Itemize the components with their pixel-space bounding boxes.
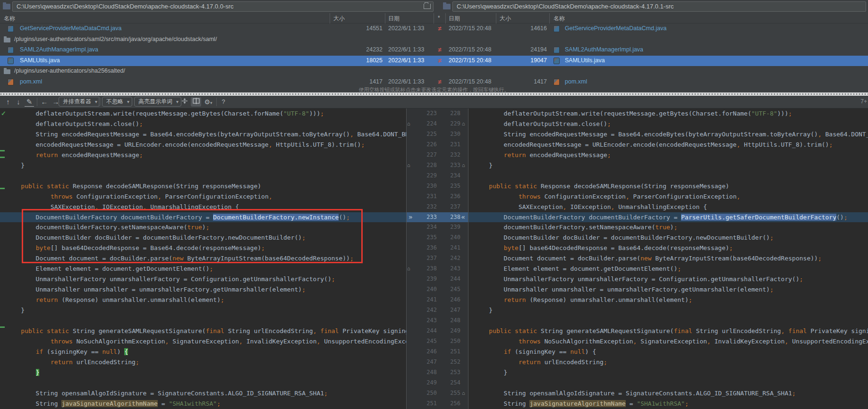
help-button[interactable]: ? bbox=[219, 97, 228, 107]
gear-icon[interactable]: ⚙▾ bbox=[203, 97, 213, 107]
sync-scroll-icon[interactable] bbox=[191, 97, 201, 107]
code-line[interactable]: encodedRequestMessage = URLEncoder.encod… bbox=[468, 140, 868, 150]
code-line[interactable]: String opensamlAlgoIdSignature = Signatu… bbox=[0, 388, 406, 399]
code-line[interactable]: deflaterOutputStream.write(requestMessag… bbox=[468, 109, 868, 119]
code-line[interactable]: Document document = docBuilder.parse(new… bbox=[468, 253, 868, 264]
code-line[interactable]: UnmarshallerFactory unmarshallerFactory … bbox=[0, 274, 406, 284]
fold-marker-icon[interactable]: ⌂ bbox=[462, 162, 468, 168]
code-line[interactable]: } bbox=[0, 160, 406, 171]
code-line[interactable]: DocumentBuilderFactory documentBuilderFa… bbox=[0, 212, 406, 223]
code-line[interactable]: } bbox=[0, 367, 406, 378]
col-size-left[interactable]: 大小 bbox=[333, 15, 345, 23]
viewer-select[interactable]: 并排查看器 ▾ bbox=[59, 97, 100, 107]
code-line[interactable]: if (signingKey == null) { bbox=[468, 347, 868, 357]
code-line[interactable] bbox=[468, 171, 868, 181]
apply-change-right-icon[interactable]: « bbox=[461, 212, 465, 223]
code-line[interactable]: String javaSignatureAlgorithmName = "SHA… bbox=[0, 399, 406, 409]
code-line[interactable]: public static Response decodeSAMLRespons… bbox=[468, 181, 868, 192]
browse-folder-icon[interactable] bbox=[424, 4, 431, 9]
code-line[interactable]: deflaterOutputStream.close(); bbox=[0, 119, 406, 129]
not-equal-icon: ≠ bbox=[434, 46, 446, 53]
ignore-policy-select[interactable]: 不忽略 ▾ bbox=[102, 97, 132, 107]
code-line[interactable]: public static String generateSAMLRequest… bbox=[468, 326, 868, 336]
code-line[interactable]: throws ConfigurationException, ParserCon… bbox=[468, 192, 868, 202]
col-name-left[interactable]: 名称 bbox=[4, 15, 15, 23]
col-diff-star[interactable]: * bbox=[438, 15, 440, 21]
right-root-path-field[interactable]: C:\Users\qweasdzxc\Desktop\CloudStackDem… bbox=[452, 1, 866, 12]
fold-marker-icon[interactable]: ⌂ bbox=[407, 162, 413, 168]
code-line[interactable]: return (Response) unmarshaller.unmarshal… bbox=[468, 295, 868, 305]
code-line[interactable] bbox=[0, 316, 406, 326]
fold-marker-icon[interactable]: ⌂ bbox=[407, 121, 413, 126]
col-name-right[interactable]: 名称 bbox=[553, 15, 565, 23]
code-line[interactable]: public static String generateSAMLRequest… bbox=[0, 326, 406, 336]
code-line[interactable] bbox=[468, 316, 868, 326]
code-line[interactable]: documentBuilderFactory.setNamespaceAware… bbox=[468, 222, 868, 233]
code-line[interactable]: String javaSignatureAlgorithmName = "SHA… bbox=[468, 399, 868, 409]
fold-marker-icon[interactable]: ⌂ bbox=[407, 266, 413, 271]
col-date-left[interactable]: 日期 bbox=[388, 15, 400, 23]
right-pane-code[interactable]: deflaterOutputStream.write(requestMessag… bbox=[468, 109, 868, 409]
code-line[interactable]: if (signingKey == null) { bbox=[0, 347, 406, 357]
code-line[interactable]: return (Response) unmarshaller.unmarshal… bbox=[0, 295, 406, 305]
code-line[interactable]: deflaterOutputStream.write(requestMessag… bbox=[0, 109, 406, 119]
code-line[interactable]: Element element = document.getDocumentEl… bbox=[0, 264, 406, 274]
code-line[interactable]: return encodedRequestMessage; bbox=[468, 150, 868, 160]
table-hscrollbar[interactable] bbox=[0, 92, 868, 96]
code-line[interactable]: Element element = document.getDocumentEl… bbox=[468, 264, 868, 274]
file-row[interactable]: pom.xml14172022/6/1 1:33≠2022/7/15 20:48… bbox=[0, 77, 868, 88]
gutter-row: 238243 bbox=[407, 264, 468, 274]
code-line[interactable]: Unmarshaller unmarshaller = unmarshaller… bbox=[468, 284, 868, 295]
left-pane-code[interactable]: deflaterOutputStream.write(requestMessag… bbox=[0, 109, 406, 409]
code-line[interactable]: public static Response decodeSAMLRespons… bbox=[0, 181, 406, 192]
prev-change-button[interactable]: ↑ bbox=[4, 97, 12, 107]
code-line[interactable]: SAXException, IOException, Unmarshalling… bbox=[468, 202, 868, 212]
fold-marker-icon[interactable]: ⌂ bbox=[462, 390, 468, 396]
col-size-right[interactable]: 大小 bbox=[500, 15, 511, 23]
next-change-button[interactable]: ↓ bbox=[14, 97, 23, 107]
code-line[interactable] bbox=[468, 378, 868, 388]
code-line[interactable]: throws ConfigurationException, ParserCon… bbox=[0, 192, 406, 202]
code-line[interactable]: encodedRequestMessage = URLEncoder.encod… bbox=[0, 140, 406, 150]
code-line[interactable]: byte[] base64DecodedResponse = Base64.de… bbox=[0, 243, 406, 253]
collapse-unchanged-icon[interactable] bbox=[180, 97, 189, 107]
file-row[interactable]: SAML2AuthManagerImpl.java242322022/6/1 1… bbox=[0, 45, 868, 56]
code-line[interactable]: SAXException, IOException, Unmarshalling… bbox=[0, 202, 406, 212]
code-line[interactable]: deflaterOutputStream.close(); bbox=[468, 119, 868, 129]
file-row[interactable]: GetServiceProviderMetaDataCmd.java145512… bbox=[0, 24, 868, 34]
code-line[interactable]: String encodedRequestMessage = Base64.en… bbox=[468, 129, 868, 140]
code-line[interactable]: throws NoSuchAlgorithmException, Signatu… bbox=[0, 336, 406, 347]
code-line[interactable]: DocumentBuilder docBuilder = documentBui… bbox=[468, 233, 868, 243]
code-line[interactable]: UnmarshallerFactory unmarshallerFactory … bbox=[468, 274, 868, 284]
code-line[interactable]: } bbox=[0, 305, 406, 316]
code-line[interactable]: byte[] base64DecodedResponse = Base64.de… bbox=[468, 243, 868, 253]
apply-change-left-icon[interactable]: » bbox=[408, 212, 412, 223]
code-line[interactable]: return urlEncodedString; bbox=[0, 357, 406, 367]
file-row[interactable]: SAMLUtils.java180252022/6/1 1:33≠2022/7/… bbox=[0, 56, 868, 67]
code-line[interactable]: String encodedRequestMessage = Base64.en… bbox=[0, 129, 406, 140]
folder-icon bbox=[443, 4, 451, 9]
left-root-path-field[interactable]: C:\Users\qweasdzxc\Desktop\CloudStackDem… bbox=[12, 1, 434, 12]
code-line[interactable]: } bbox=[468, 305, 868, 316]
dir-row[interactable]: /plugins/user-authenticators/sha256salte… bbox=[0, 66, 868, 77]
code-line[interactable]: Unmarshaller unmarshaller = unmarshaller… bbox=[0, 284, 406, 295]
code-line[interactable]: Document document = docBuilder.parse(new… bbox=[0, 253, 406, 264]
code-line[interactable]: } bbox=[468, 367, 868, 378]
code-line[interactable]: return urlEncodedString; bbox=[468, 357, 868, 367]
code-line[interactable] bbox=[0, 171, 406, 181]
col-date-right[interactable]: 日期 bbox=[449, 15, 460, 23]
fold-marker-icon[interactable]: ⌂ bbox=[462, 121, 468, 126]
edit-icon[interactable]: ✎ bbox=[25, 97, 34, 107]
code-line[interactable] bbox=[0, 378, 406, 388]
code-line[interactable]: throws NoSuchAlgorithmException, Signatu… bbox=[468, 336, 868, 347]
code-line[interactable]: String opensamlAlgoIdSignature = Signatu… bbox=[468, 388, 868, 399]
code-line[interactable]: documentBuilderFactory.setNamespaceAware… bbox=[0, 222, 406, 233]
code-line[interactable]: return encodedRequestMessage; bbox=[0, 150, 406, 160]
code-line[interactable]: DocumentBuilderFactory documentBuilderFa… bbox=[468, 212, 868, 223]
dir-row[interactable]: /plugins/user-authenticators/saml2/src/m… bbox=[0, 34, 868, 45]
table-header[interactable]: 名称 大小 日期 * 日期 大小 名称 bbox=[0, 13, 868, 24]
highlight-mode-select[interactable]: 高亮显示单词 ▾ bbox=[134, 97, 181, 107]
code-line[interactable]: DocumentBuilder docBuilder = documentBui… bbox=[0, 233, 406, 243]
back-button[interactable]: ← bbox=[40, 97, 49, 107]
code-line[interactable]: } bbox=[468, 160, 868, 171]
